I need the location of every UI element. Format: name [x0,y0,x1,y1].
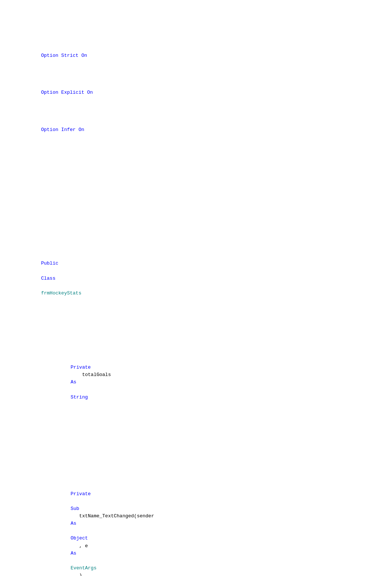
sub-keyword: Sub [71,506,79,511]
class-name: frmHockeyStats [41,290,81,296]
option-strict-line: Option Strict On [30,44,377,66]
empty-after-class [30,327,377,334]
option-infer: Option Infer On [41,127,84,132]
empty-after-var [30,431,377,438]
code-editor: Option Strict On Option Explicit On Opti… [30,22,377,576]
as-keyword: As [71,379,76,385]
private-keyword: Private [71,365,91,370]
empty-after-var2 [30,453,377,461]
public-class-line: Public Class frmHockeyStats [30,252,377,304]
option-strict: Option Strict On [41,53,87,58]
private-sub-line: Private Sub txtName_TextChanged(sender A… [30,483,377,576]
empty-line-3 [30,223,377,230]
string-keyword: String [71,394,88,400]
as-keyword3: As [71,551,76,556]
object-keyword: Object [71,535,88,541]
eventargs-type: EventArgs [71,565,96,571]
option-explicit-line: Option Explicit On [30,82,377,104]
public-keyword: Public [41,261,58,266]
option-explicit: Option Explicit On [41,90,93,95]
class-keyword: Class [41,276,55,281]
empty-line-2 [30,200,377,208]
private-sub-keyword: Private [71,491,91,497]
private-var-line: Private totalGoals As String [30,356,377,408]
empty-line-1 [30,163,377,171]
as-keyword2: As [71,521,76,526]
option-infer-line: Option Infer On [30,119,377,141]
